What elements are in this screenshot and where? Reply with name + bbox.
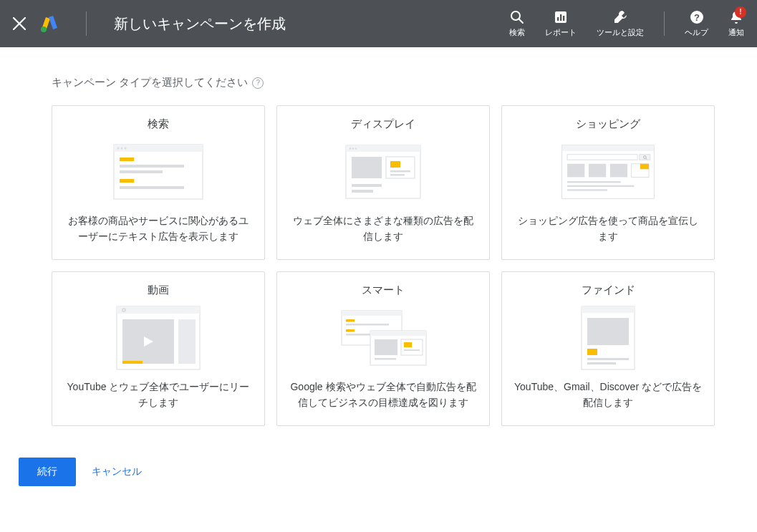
svg-rect-14 bbox=[120, 165, 184, 168]
search-nav-button[interactable]: 検索 bbox=[509, 9, 525, 37]
section-heading: キャンペーン タイプを選択してください ? bbox=[52, 76, 705, 90]
reports-nav-label: レポート bbox=[545, 28, 577, 37]
reports-icon bbox=[554, 9, 568, 25]
svg-rect-13 bbox=[120, 158, 134, 161]
svg-rect-67 bbox=[587, 362, 616, 364]
notifications-nav-button[interactable]: ! 通知 bbox=[728, 9, 744, 37]
svg-rect-3 bbox=[557, 17, 559, 21]
svg-rect-60 bbox=[404, 349, 420, 351]
help-nav-button[interactable]: ? ヘルプ bbox=[685, 9, 708, 37]
top-header: 新しいキャンペーンを作成 検索 レポート ツールと設定 ? ヘルプ bbox=[0, 0, 757, 47]
svg-rect-63 bbox=[582, 306, 635, 313]
campaign-card-display[interactable]: ディスプレイ ウェブ全体にさまざまな種類の広告を配信します bbox=[276, 105, 490, 260]
campaign-card-discovery[interactable]: ファインド YouTube、Gmail、Discover などで広告を配信します bbox=[501, 271, 715, 426]
svg-rect-15 bbox=[120, 170, 163, 173]
svg-rect-65 bbox=[587, 349, 597, 355]
svg-rect-36 bbox=[589, 164, 606, 178]
page-title: 新しいキャンペーンを作成 bbox=[114, 14, 286, 34]
campaign-card-smart[interactable]: スマート Google 検索やウェブ全 bbox=[276, 271, 490, 426]
section-heading-text: キャンペーン タイプを選択してください bbox=[52, 76, 248, 90]
svg-point-0 bbox=[41, 26, 47, 32]
svg-rect-33 bbox=[640, 155, 650, 160]
shopping-illustration-icon bbox=[558, 140, 658, 204]
svg-rect-44 bbox=[117, 306, 200, 314]
svg-rect-26 bbox=[390, 170, 410, 173]
svg-rect-5 bbox=[563, 16, 564, 21]
svg-rect-19 bbox=[346, 145, 420, 152]
notification-badge: ! bbox=[735, 6, 746, 18]
main-content: キャンペーン タイプを選択してください ? 検索 お客様の商品やサービスに関心が… bbox=[0, 47, 757, 440]
svg-rect-59 bbox=[404, 342, 412, 347]
svg-rect-4 bbox=[560, 14, 561, 21]
svg-rect-35 bbox=[567, 164, 584, 178]
svg-rect-31 bbox=[562, 145, 655, 151]
card-title: ファインド bbox=[582, 284, 635, 297]
card-title: ショッピング bbox=[576, 117, 640, 131]
card-title: スマート bbox=[362, 284, 405, 297]
campaign-card-search[interactable]: 検索 お客様の商品やサービスに関心があるユーザーにテキスト広告を表示します bbox=[52, 105, 265, 260]
svg-rect-25 bbox=[390, 161, 400, 168]
card-title: 動画 bbox=[148, 284, 169, 297]
discovery-illustration-icon bbox=[558, 306, 658, 370]
svg-rect-17 bbox=[120, 186, 184, 189]
svg-rect-56 bbox=[370, 331, 426, 336]
separator bbox=[664, 11, 665, 36]
card-title: ディスプレイ bbox=[351, 117, 415, 131]
tools-nav-button[interactable]: ツールと設定 bbox=[597, 9, 644, 37]
tools-nav-label: ツールと設定 bbox=[597, 28, 644, 37]
svg-rect-37 bbox=[610, 164, 627, 178]
card-description: ウェブ全体にさまざまな種類の広告を配信します bbox=[289, 213, 478, 245]
search-icon bbox=[510, 9, 524, 25]
svg-point-1 bbox=[511, 11, 520, 20]
svg-rect-41 bbox=[567, 185, 634, 187]
svg-rect-64 bbox=[587, 318, 629, 345]
svg-rect-53 bbox=[346, 329, 355, 332]
card-description: ショッピング広告を使って商品を宣伝します bbox=[513, 213, 703, 245]
svg-rect-23 bbox=[352, 157, 382, 178]
video-illustration-icon bbox=[108, 306, 208, 370]
svg-rect-16 bbox=[120, 179, 134, 183]
campaign-type-grid: 検索 お客様の商品やサービスに関心があるユーザーにテキスト広告を表示します ディ… bbox=[52, 105, 705, 426]
svg-text:?: ? bbox=[694, 12, 700, 23]
close-button[interactable] bbox=[13, 17, 26, 30]
reports-nav-button[interactable]: レポート bbox=[545, 9, 577, 37]
campaign-card-shopping[interactable]: ショッピング ショッピング広告を使って bbox=[501, 105, 715, 260]
campaign-card-video[interactable]: 動画 YouTube とウェブ全体でユーザーにリーチします bbox=[52, 271, 265, 426]
card-description: お客様の商品やサービスに関心があるユーザーにテキスト広告を表示します bbox=[64, 213, 253, 245]
bell-icon: ! bbox=[729, 9, 743, 25]
card-title: 検索 bbox=[148, 117, 169, 131]
svg-rect-57 bbox=[375, 339, 397, 355]
footer-actions: 続行 キャンセル bbox=[0, 440, 757, 503]
notifications-nav-label: 通知 bbox=[728, 28, 744, 37]
wrench-icon bbox=[612, 9, 628, 25]
help-nav-label: ヘルプ bbox=[685, 28, 708, 37]
svg-rect-29 bbox=[352, 190, 373, 193]
smart-illustration-icon bbox=[333, 306, 433, 370]
svg-rect-40 bbox=[567, 181, 621, 183]
svg-point-21 bbox=[352, 147, 355, 150]
svg-rect-52 bbox=[346, 324, 389, 326]
search-nav-label: 検索 bbox=[509, 28, 525, 37]
svg-point-11 bbox=[121, 147, 123, 150]
search-illustration-icon bbox=[108, 140, 208, 204]
svg-rect-50 bbox=[342, 311, 402, 316]
help-tooltip-icon[interactable]: ? bbox=[252, 77, 264, 89]
card-description: YouTube、Gmail、Discover などで広告を配信します bbox=[513, 379, 703, 411]
svg-rect-48 bbox=[178, 319, 196, 364]
svg-rect-66 bbox=[587, 358, 629, 360]
svg-point-22 bbox=[355, 147, 357, 150]
svg-rect-61 bbox=[375, 358, 396, 360]
display-illustration-icon bbox=[333, 140, 433, 204]
svg-rect-42 bbox=[567, 189, 607, 190]
continue-button[interactable]: 続行 bbox=[19, 458, 76, 486]
cancel-button[interactable]: キャンセル bbox=[92, 465, 142, 478]
svg-rect-9 bbox=[114, 145, 203, 152]
help-icon: ? bbox=[690, 9, 704, 25]
svg-point-10 bbox=[117, 147, 120, 150]
svg-rect-32 bbox=[567, 155, 637, 160]
svg-rect-51 bbox=[346, 319, 355, 322]
google-ads-logo bbox=[40, 15, 59, 32]
svg-rect-27 bbox=[390, 174, 405, 176]
card-description: YouTube とウェブ全体でユーザーにリーチします bbox=[64, 379, 253, 411]
svg-rect-47 bbox=[122, 361, 143, 364]
